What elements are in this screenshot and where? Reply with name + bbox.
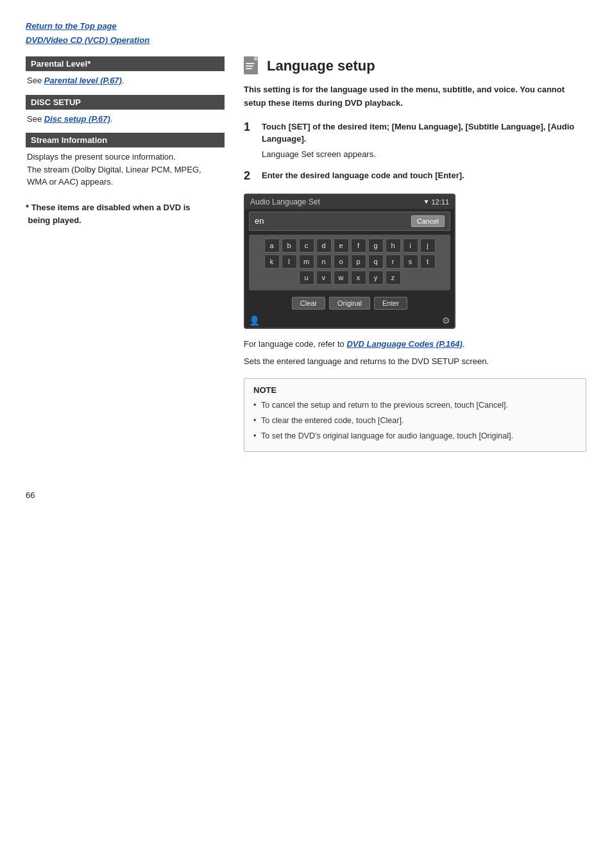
stream-line1: Displays the present source information. — [27, 151, 223, 163]
screen-time: ▼ 12:11 — [423, 198, 449, 206]
section-title-text: Language setup — [267, 58, 375, 74]
document-icon — [244, 56, 260, 76]
note-title: NOTE — [253, 385, 577, 395]
svg-rect-5 — [246, 68, 252, 69]
parental-level-section: Parental Level* See Parental level (P.67… — [26, 56, 225, 87]
intro-text: This setting is for the language used in… — [244, 83, 586, 110]
step-2: 2 Enter the desired language code and to… — [244, 169, 586, 185]
ref-prefix: For language code, refer to — [244, 339, 346, 349]
screen-topbar: Audio Language Set ▼ 12:11 — [245, 195, 454, 209]
sets-text: Sets the entered language and returns to… — [244, 355, 586, 369]
key-i[interactable]: i — [403, 238, 418, 253]
gear-icon: ⚙ — [442, 315, 450, 326]
key-p[interactable]: p — [351, 255, 366, 269]
key-u[interactable]: u — [299, 271, 314, 285]
person-icon: 👤 — [249, 315, 260, 326]
original-button[interactable]: Original — [329, 297, 370, 310]
key-e[interactable]: e — [334, 238, 349, 253]
step-1-sub: Language Set screen appears. — [262, 148, 586, 161]
key-m[interactable]: m — [299, 255, 314, 269]
key-n[interactable]: n — [316, 255, 332, 269]
note-item-2: To clear the entered code, touch [Clear]… — [253, 414, 577, 427]
key-o[interactable]: o — [334, 255, 349, 269]
keyboard-row-3: u v w x y z — [251, 271, 448, 285]
key-q[interactable]: q — [368, 255, 384, 269]
key-h[interactable]: h — [386, 238, 401, 253]
asterisk-note-text: * These items are disabled when a DVD is… — [26, 203, 190, 226]
top-links: Return to the Top page DVD/Video CD (VCD… — [26, 19, 586, 47]
disc-setup-body: See Disc setup (P.67). — [26, 113, 225, 126]
screen-input-value: en — [255, 216, 264, 226]
note-item-1: To cancel the setup and return to the pr… — [253, 399, 577, 412]
stream-info-body: Displays the present source information.… — [26, 151, 225, 188]
key-b[interactable]: b — [282, 238, 297, 253]
parental-level-body: See Parental level (P.67). — [26, 74, 225, 87]
step-1-title: Touch [SET] of the desired item; [Menu L… — [262, 121, 586, 146]
stream-line3: WMA or AAC) appears. — [27, 176, 223, 188]
screen-input-row: en Cancel — [249, 212, 450, 231]
key-g[interactable]: g — [368, 238, 384, 253]
key-s[interactable]: s — [403, 255, 418, 269]
clear-button[interactable]: Clear — [292, 297, 325, 310]
parental-level-header: Parental Level* — [26, 56, 225, 71]
key-l[interactable]: l — [282, 255, 297, 269]
key-f[interactable]: f — [351, 238, 366, 253]
note-box: NOTE To cancel the setup and return to t… — [244, 378, 586, 452]
screen-keyboard: a b c d e f g h i j k l m n o p — [249, 235, 450, 290]
screen-action-row: Clear Original Enter — [245, 294, 454, 313]
screen-mockup: Audio Language Set ▼ 12:11 en Cancel a b… — [244, 194, 455, 329]
key-x[interactable]: x — [351, 271, 366, 285]
key-a[interactable]: a — [264, 238, 280, 253]
svg-rect-4 — [246, 65, 253, 67]
disc-setup-section: DISC SETUP See Disc setup (P.67). — [26, 95, 225, 126]
disc-see-text: See — [27, 114, 44, 124]
screen-bottom-bar: 👤 ⚙ — [245, 313, 454, 328]
note-list: To cancel the setup and return to the pr… — [253, 399, 577, 442]
key-z[interactable]: z — [386, 271, 401, 285]
stream-line2: The stream (Dolby Digital, Linear PCM, M… — [27, 163, 223, 176]
dvd-vcd-link[interactable]: DVD/Video CD (VCD) Operation — [26, 33, 586, 47]
screen-cancel-button[interactable]: Cancel — [411, 215, 445, 227]
time-display: 12:11 — [431, 198, 449, 206]
key-c[interactable]: c — [299, 238, 314, 253]
key-v[interactable]: v — [316, 271, 332, 285]
page-number: 66 — [26, 490, 586, 500]
ref-text: For language code, refer to DVD Language… — [244, 338, 586, 351]
key-y[interactable]: y — [368, 271, 384, 285]
page-doc-icon — [244, 56, 260, 76]
section-title: Language setup — [244, 56, 586, 76]
parental-link[interactable]: Parental level (P.67) — [44, 76, 122, 85]
right-column: Language setup This setting is for the l… — [244, 56, 586, 452]
note-item-3: To set the DVD's original language for a… — [253, 430, 577, 442]
keyboard-row-1: a b c d e f g h i j — [251, 238, 448, 253]
svg-rect-3 — [246, 63, 255, 64]
asterisk-note: * These items are disabled when a DVD is… — [26, 201, 225, 228]
return-top-link[interactable]: Return to the Top page — [26, 19, 586, 33]
step-2-title: Enter the desired language code and touc… — [262, 169, 586, 182]
ref-suffix: . — [463, 339, 465, 349]
key-w[interactable]: w — [334, 271, 349, 285]
step-1: 1 Touch [SET] of the desired item; [Menu… — [244, 121, 586, 161]
disc-setup-header: DISC SETUP — [26, 95, 225, 110]
wifi-icon: ▼ — [423, 198, 430, 205]
enter-button[interactable]: Enter — [374, 297, 407, 310]
screen-title: Audio Language Set — [250, 197, 320, 206]
key-j[interactable]: j — [420, 238, 436, 253]
left-column: Parental Level* See Parental level (P.67… — [26, 56, 225, 228]
key-d[interactable]: d — [316, 238, 332, 253]
disc-link[interactable]: Disc setup (P.67) — [44, 114, 110, 124]
step-1-number: 1 — [244, 121, 255, 135]
key-r[interactable]: r — [386, 255, 401, 269]
key-t[interactable]: t — [420, 255, 436, 269]
key-k[interactable]: k — [264, 255, 280, 269]
stream-info-section: Stream Information Displays the present … — [26, 133, 225, 188]
stream-info-header: Stream Information — [26, 133, 225, 147]
step-2-content: Enter the desired language code and touc… — [262, 169, 586, 185]
step-2-number: 2 — [244, 169, 255, 183]
dvd-language-codes-link[interactable]: DVD Language Codes (P.164) — [346, 339, 462, 349]
step-1-content: Touch [SET] of the desired item; [Menu L… — [262, 121, 586, 161]
keyboard-row-2: k l m n o p q r s t — [251, 255, 448, 269]
parental-see-text: See — [27, 76, 44, 85]
